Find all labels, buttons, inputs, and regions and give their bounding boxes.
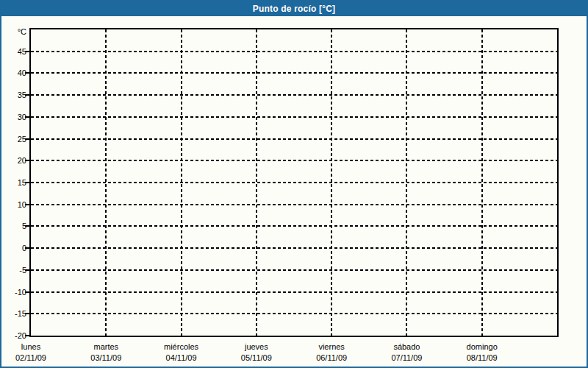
gridline-horizontal bbox=[31, 247, 557, 249]
y-axis-tick-label: 30 bbox=[1, 112, 26, 122]
day-name-label: domingo bbox=[438, 342, 526, 353]
y-axis-tick-label: 45 bbox=[1, 46, 26, 57]
gridline-horizontal bbox=[31, 269, 557, 271]
gridline-vertical bbox=[181, 29, 182, 336]
gridline-horizontal bbox=[31, 225, 557, 227]
gridline-horizontal bbox=[31, 51, 557, 52]
gridline-horizontal bbox=[31, 94, 557, 96]
x-axis-day-label: domingo08/11/09 bbox=[438, 342, 526, 364]
y-axis-tick-label: -20 bbox=[1, 330, 26, 341]
y-axis-tick-label: 20 bbox=[1, 155, 26, 166]
chart-title: Punto de rocío [°C] bbox=[253, 4, 336, 14]
y-axis-tick-label: 35 bbox=[1, 90, 26, 100]
gridline-vertical bbox=[105, 29, 107, 336]
y-axis-tick-label: 40 bbox=[1, 68, 26, 78]
gridline-horizontal bbox=[31, 160, 557, 161]
gridline-vertical bbox=[406, 29, 407, 336]
chart-window: Punto de rocío [°C] °C 45403530252015105… bbox=[0, 0, 588, 368]
chart-title-bar: Punto de rocío [°C] bbox=[1, 1, 587, 16]
gridline-vertical bbox=[256, 29, 257, 336]
gridline-horizontal bbox=[31, 138, 557, 140]
gridline-horizontal bbox=[31, 182, 557, 183]
gridline-horizontal bbox=[31, 116, 557, 118]
y-axis-tick-label: 15 bbox=[1, 177, 26, 188]
plot-area bbox=[29, 28, 559, 337]
y-axis-unit-label: °C bbox=[1, 27, 26, 36]
y-axis-tick-label: -5 bbox=[1, 265, 26, 275]
y-axis-tick-label: -15 bbox=[1, 308, 26, 319]
gridline-horizontal bbox=[31, 204, 557, 205]
y-axis-tick-label: 25 bbox=[1, 134, 26, 144]
y-axis-tick-label: -10 bbox=[1, 287, 26, 297]
y-axis-tick-label: 0 bbox=[1, 243, 26, 253]
gridline-horizontal bbox=[31, 72, 557, 74]
gridline-horizontal bbox=[31, 313, 557, 314]
y-axis-tick-label: 5 bbox=[1, 221, 26, 231]
gridline-vertical bbox=[481, 29, 483, 336]
gridline-vertical bbox=[331, 29, 332, 336]
gridline-horizontal bbox=[31, 291, 557, 293]
y-axis-tick-label: 10 bbox=[1, 199, 26, 210]
day-date-label: 08/11/09 bbox=[438, 353, 526, 364]
